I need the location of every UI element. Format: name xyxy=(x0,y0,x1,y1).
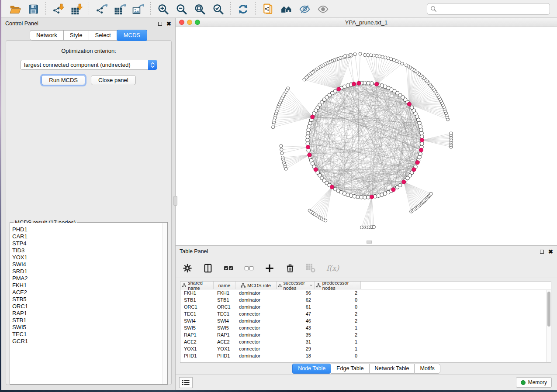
export-table-button[interactable] xyxy=(112,1,127,16)
graph-node[interactable] xyxy=(360,196,363,199)
tab-style[interactable]: Style xyxy=(63,30,89,41)
graph-mcds-node[interactable] xyxy=(391,188,395,192)
graph-leaf-node[interactable] xyxy=(381,55,384,58)
mcds-result-node[interactable]: TID3 xyxy=(12,247,163,254)
refresh-layout-button[interactable] xyxy=(235,1,250,16)
delete-entry-button[interactable] xyxy=(285,263,295,273)
mcds-result-node[interactable]: STB1 xyxy=(12,317,163,324)
graph-node[interactable] xyxy=(370,82,374,85)
graph-node[interactable] xyxy=(307,128,310,131)
canvas-splitter-grip[interactable] xyxy=(367,241,372,244)
graph-node[interactable] xyxy=(308,124,311,128)
add-entry-button[interactable] xyxy=(265,263,274,273)
graph-mcds-node[interactable] xyxy=(306,145,310,149)
column-header-name[interactable]: name xyxy=(214,282,235,289)
mcds-result-node[interactable]: SWI5 xyxy=(12,324,163,331)
graph-node[interactable] xyxy=(420,131,423,135)
graph-mcds-node[interactable] xyxy=(370,195,374,199)
mcds-result-node[interactable]: PHD1 xyxy=(12,226,163,233)
column-header-MCDS-role[interactable]: MCDS role xyxy=(235,282,277,289)
table-row-SWI5[interactable]: SWI5SWI5connector431 xyxy=(180,324,551,331)
graph-mcds-node[interactable] xyxy=(375,82,379,86)
run-mcds-button[interactable]: Run MCDS xyxy=(42,75,85,85)
graph-node[interactable] xyxy=(363,81,367,85)
mcds-result-node[interactable]: SWI4 xyxy=(12,261,163,268)
task-history-button[interactable] xyxy=(179,377,193,388)
mcds-result-node[interactable]: SRD1 xyxy=(12,268,163,275)
graph-node[interactable] xyxy=(377,194,380,197)
table-row-FKH1[interactable]: FKH1FKH1dominator962 xyxy=(180,289,551,296)
column-header-shared-name[interactable]: shared name xyxy=(180,282,214,289)
import-network-button[interactable] xyxy=(51,1,66,16)
graph-node[interactable] xyxy=(367,81,370,85)
graph-mcds-node[interactable] xyxy=(337,87,341,91)
graph-node[interactable] xyxy=(346,193,349,196)
graph-node[interactable] xyxy=(380,84,384,87)
close-panel-icon[interactable]: ✖ xyxy=(166,21,171,27)
tab-edge-table[interactable]: Edge Table xyxy=(331,364,369,374)
graph-leaf-node[interactable] xyxy=(429,192,432,195)
mcds-result-node[interactable]: ORC1 xyxy=(12,303,163,310)
graph-node[interactable] xyxy=(363,196,367,199)
graph-leaf-node[interactable] xyxy=(450,132,453,135)
graph-mcds-node[interactable] xyxy=(352,82,356,86)
table-settings-button[interactable] xyxy=(183,263,192,273)
open-file-button[interactable] xyxy=(7,1,22,16)
graph-leaf-node[interactable] xyxy=(378,55,381,58)
graph-mcds-node[interactable] xyxy=(419,148,423,152)
graph-leaf-node[interactable] xyxy=(344,54,347,57)
graph-node[interactable] xyxy=(410,106,414,109)
zoom-out-button[interactable] xyxy=(174,1,189,16)
graph-node[interactable] xyxy=(418,155,421,159)
graph-leaf-node[interactable] xyxy=(303,78,306,81)
table-row-ACE2[interactable]: ACE2ACE2connector311 xyxy=(180,338,551,345)
graph-node[interactable] xyxy=(306,138,309,142)
graph-leaf-node[interactable] xyxy=(271,126,274,129)
graph-leaf-node[interactable] xyxy=(280,151,284,155)
table-row-PHD1[interactable]: PHD1PHD1dominator180 xyxy=(180,352,551,359)
mcds-result-node[interactable]: TEC1 xyxy=(12,331,163,338)
table-row-RAP1[interactable]: RAP1RAP1dominator352 xyxy=(180,331,551,338)
graph-leaf-node[interactable] xyxy=(369,54,372,57)
graph-leaf-node[interactable] xyxy=(375,54,378,57)
mcds-result-node[interactable]: ACE2 xyxy=(12,289,163,296)
share-document-button[interactable] xyxy=(260,1,275,16)
search-box[interactable] xyxy=(427,3,550,15)
graph-leaf-node[interactable] xyxy=(384,56,387,59)
graph-node[interactable] xyxy=(419,124,422,128)
float-table-panel-icon[interactable] xyxy=(540,250,544,254)
graph-leaf-node[interactable] xyxy=(349,53,352,56)
network-window-titlebar[interactable]: YPA_prune.txt_1 xyxy=(176,18,557,27)
graph-mcds-node[interactable] xyxy=(420,138,424,142)
graph-node[interactable] xyxy=(306,135,309,138)
home-button[interactable] xyxy=(279,1,294,16)
network-canvas[interactable] xyxy=(176,27,557,245)
graph-leaf-node[interactable] xyxy=(363,53,366,56)
mcds-result-node[interactable]: STP4 xyxy=(12,240,163,247)
graph-mcds-node[interactable] xyxy=(308,153,311,157)
graph-leaf-node[interactable] xyxy=(372,225,375,228)
table-row-SWI4[interactable]: SWI4SWI4dominator462 xyxy=(180,317,551,324)
graph-leaf-node[interactable] xyxy=(353,53,356,56)
splitter-grip[interactable] xyxy=(173,196,177,206)
tab-select[interactable]: Select xyxy=(89,30,117,41)
import-table-button[interactable] xyxy=(69,1,84,16)
graph-leaf-node[interactable] xyxy=(280,144,283,148)
memory-button[interactable]: Memory xyxy=(516,377,552,388)
zoom-selected-button[interactable] xyxy=(211,1,225,16)
graph-node[interactable] xyxy=(349,194,353,197)
tab-network-table[interactable]: Network Table xyxy=(369,364,415,374)
export-network-button[interactable] xyxy=(94,1,109,16)
export-image-button[interactable] xyxy=(131,1,145,16)
tab-mcds[interactable]: MCDS xyxy=(117,30,147,41)
table-row-ORC1[interactable]: ORC1ORC1dominator610 xyxy=(180,303,551,310)
graph-leaf-node[interactable] xyxy=(366,54,369,57)
graph-leaf-node[interactable] xyxy=(405,64,408,67)
mcds-result-node[interactable]: FKH1 xyxy=(12,282,163,289)
column-header-predecessor-nodes[interactable]: predecessor nodes xyxy=(315,282,361,289)
search-input[interactable] xyxy=(437,6,547,12)
graph-mcds-node[interactable] xyxy=(357,81,361,85)
graph-node[interactable] xyxy=(306,131,310,135)
graph-node[interactable] xyxy=(419,128,423,131)
mcds-result-list[interactable]: PHD1CAR1STP4TID3YOX1SWI4SRD1PMA2FKH1ACE2… xyxy=(10,223,163,384)
